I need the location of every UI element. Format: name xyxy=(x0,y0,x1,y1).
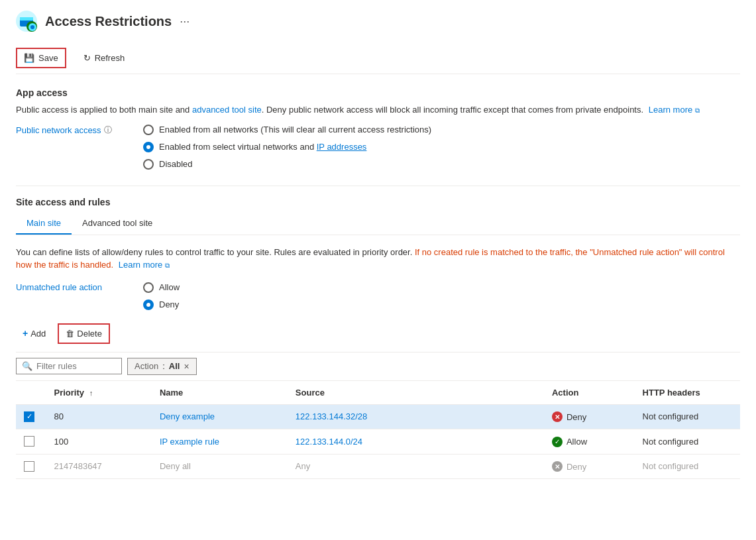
external-link-icon-2: ⧉ xyxy=(165,262,170,269)
radio-all-networks-input[interactable] xyxy=(143,125,154,135)
row-name: Deny all xyxy=(152,454,288,479)
learn-more-link-site[interactable]: Learn more xyxy=(119,260,162,270)
app-access-title: App access xyxy=(16,87,740,98)
deny-gray-icon: ✕ xyxy=(552,461,563,472)
filter-bar: 🔍 Action : All × xyxy=(16,352,740,381)
save-button[interactable]: 💾 Save xyxy=(16,48,66,68)
filter-tag-label: Action xyxy=(135,361,158,371)
row-checkbox-cell[interactable] xyxy=(16,454,46,479)
radio-deny-label: Deny xyxy=(159,299,179,309)
status-badge-deny-gray: ✕ Deny xyxy=(552,461,586,472)
row-checkbox[interactable] xyxy=(24,461,34,472)
row-priority: 80 xyxy=(46,404,152,429)
svg-point-6 xyxy=(30,25,34,29)
table-row[interactable]: ✓ 80 Deny example 122.133.144.32/28 ✕ De… xyxy=(16,404,740,429)
deny-icon: ✕ xyxy=(552,411,563,422)
row-name-link[interactable]: Deny example xyxy=(160,411,215,421)
site-tabs: Main site Advanced tool site xyxy=(16,213,740,235)
radio-allow[interactable]: Allow xyxy=(143,282,180,293)
sort-icon: ↑ xyxy=(89,389,93,397)
action-label: Allow xyxy=(567,437,587,447)
info-text-part1: Public access is applied to both main si… xyxy=(16,105,192,115)
col-header-action: Action xyxy=(544,381,635,405)
add-icon: + xyxy=(23,328,28,339)
row-source-link[interactable]: 122.133.144.32/28 xyxy=(296,411,367,421)
row-name[interactable]: Deny example xyxy=(152,404,288,429)
row-source[interactable]: 122.133.144.32/28 xyxy=(288,404,544,429)
more-options-icon[interactable]: ··· xyxy=(180,15,189,28)
radio-deny[interactable]: Deny xyxy=(143,299,180,310)
col-header-priority[interactable]: Priority ↑ xyxy=(46,381,152,405)
action-bar: + Add 🗑 Delete xyxy=(16,323,740,344)
row-checkbox[interactable] xyxy=(24,436,34,447)
table-row[interactable]: 2147483647 Deny all Any ✕ Deny Not confi… xyxy=(16,454,740,479)
radio-allow-label: Allow xyxy=(159,282,180,292)
svg-rect-2 xyxy=(20,17,33,21)
status-badge-deny: ✕ Deny xyxy=(552,411,586,422)
toolbar: 💾 Save ↻ Refresh xyxy=(16,42,740,74)
row-checkbox-cell[interactable] xyxy=(16,429,46,455)
public-network-field: Public network access ⓘ Enabled from all… xyxy=(16,125,740,170)
action-label: Deny xyxy=(567,412,586,422)
checkbox-mark: ✓ xyxy=(27,412,32,421)
filter-input-container[interactable]: 🔍 xyxy=(16,358,122,374)
add-button[interactable]: + Add xyxy=(16,324,52,343)
table-row[interactable]: 100 IP example rule 122.133.144.0/24 ✓ A… xyxy=(16,429,740,455)
external-link-icon: ⧉ xyxy=(695,107,700,114)
radio-all-networks[interactable]: Enabled from all networks (This will cle… xyxy=(143,125,431,135)
row-action: ✓ Allow xyxy=(544,429,635,455)
unmatched-rule-field: Unmatched rule action Allow Deny xyxy=(16,282,740,310)
row-http: Not configured xyxy=(635,454,740,479)
radio-disabled-label: Disabled xyxy=(159,159,193,169)
tab-main-site[interactable]: Main site xyxy=(16,213,72,235)
site-access-title: Site access and rules xyxy=(16,197,740,207)
row-checkbox-cell[interactable]: ✓ xyxy=(16,404,46,429)
public-network-options: Enabled from all networks (This will cle… xyxy=(143,125,431,170)
unmatched-options: Allow Deny xyxy=(143,282,180,310)
advanced-tool-link[interactable]: advanced tool site xyxy=(192,105,262,115)
row-source[interactable]: 122.133.144.0/24 xyxy=(288,429,544,455)
row-action: ✕ Deny xyxy=(544,404,635,429)
col-header-source: Source xyxy=(288,381,544,405)
site-access-section: Site access and rules Main site Advanced… xyxy=(16,186,740,310)
save-label: Save xyxy=(38,53,58,63)
filter-close-icon[interactable]: × xyxy=(184,361,189,372)
public-network-label: Public network access ⓘ xyxy=(16,125,122,136)
radio-deny-input[interactable] xyxy=(143,299,154,310)
radio-disabled[interactable]: Disabled xyxy=(143,159,431,170)
radio-allow-input[interactable] xyxy=(143,282,154,293)
radio-disabled-input[interactable] xyxy=(143,159,154,170)
filter-rules-input[interactable] xyxy=(36,361,116,371)
tab-advanced-tool[interactable]: Advanced tool site xyxy=(72,213,163,235)
delete-button[interactable]: 🗑 Delete xyxy=(58,323,110,344)
filter-tag-value: All xyxy=(169,361,180,371)
delete-icon: 🗑 xyxy=(66,329,74,339)
row-source-link[interactable]: 122.133.144.0/24 xyxy=(296,437,362,447)
app-access-info: Public access is applied to both main si… xyxy=(16,103,740,117)
table-header-row: Priority ↑ Name Source Action HTTP heade… xyxy=(16,381,740,405)
row-action: ✕ Deny xyxy=(544,454,635,479)
learn-more-link-app[interactable]: Learn more xyxy=(649,105,692,115)
row-priority: 2147483647 xyxy=(46,454,152,479)
action-label: Deny xyxy=(567,462,586,472)
row-name[interactable]: IP example rule xyxy=(152,429,288,455)
radio-all-networks-label: Enabled from all networks (This will cle… xyxy=(159,125,431,135)
row-checkbox[interactable]: ✓ xyxy=(24,411,34,422)
info-text-part2: . Deny public network access will block … xyxy=(262,105,643,115)
delete-label: Delete xyxy=(77,329,102,339)
ip-addresses-link[interactable]: IP addresses xyxy=(317,142,367,152)
row-source: Any xyxy=(288,454,544,479)
radio-select-networks[interactable]: Enabled from select virtual networks and… xyxy=(143,142,431,152)
app-icon: ⬡ xyxy=(16,11,37,32)
refresh-button[interactable]: ↻ Refresh xyxy=(77,49,132,67)
unmatched-rule-section: Unmatched rule action Allow Deny xyxy=(16,282,740,310)
row-name-link[interactable]: IP example rule xyxy=(160,437,219,447)
radio-select-networks-input[interactable] xyxy=(143,142,154,152)
page-title: Access Restrictions xyxy=(45,14,172,29)
rules-table: Priority ↑ Name Source Action HTTP heade… xyxy=(16,381,740,480)
col-header-name: Name xyxy=(152,381,288,405)
info-icon[interactable]: ⓘ xyxy=(104,125,112,136)
unmatched-rule-label: Unmatched rule action xyxy=(16,282,122,292)
app-access-section: App access Public access is applied to b… xyxy=(16,87,740,170)
row-http: Not configured xyxy=(635,429,740,455)
